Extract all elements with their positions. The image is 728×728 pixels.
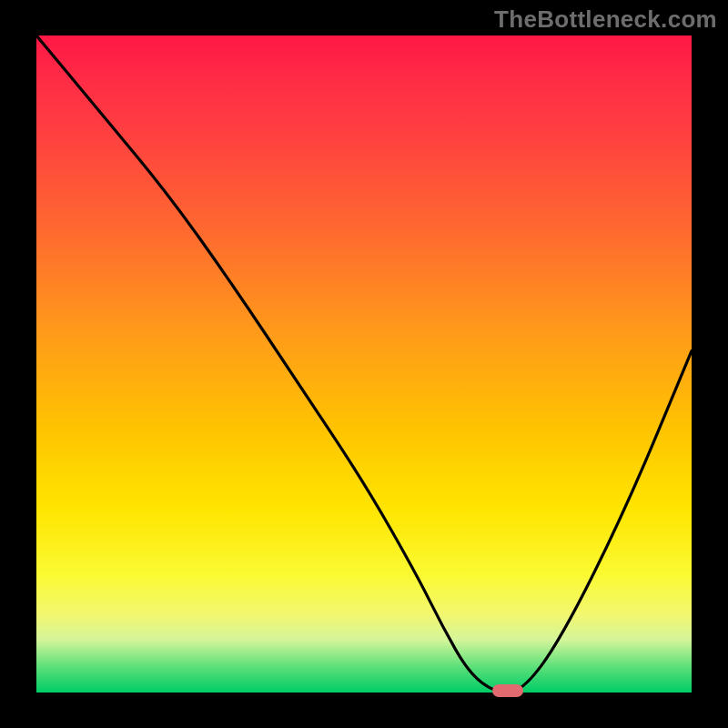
plot-area [36, 35, 692, 693]
curve-path [36, 35, 692, 693]
chart-frame: TheBottleneck.com [0, 0, 728, 728]
bottleneck-curve [36, 35, 692, 693]
watermark-text: TheBottleneck.com [494, 5, 717, 34]
optimal-marker [492, 684, 523, 697]
